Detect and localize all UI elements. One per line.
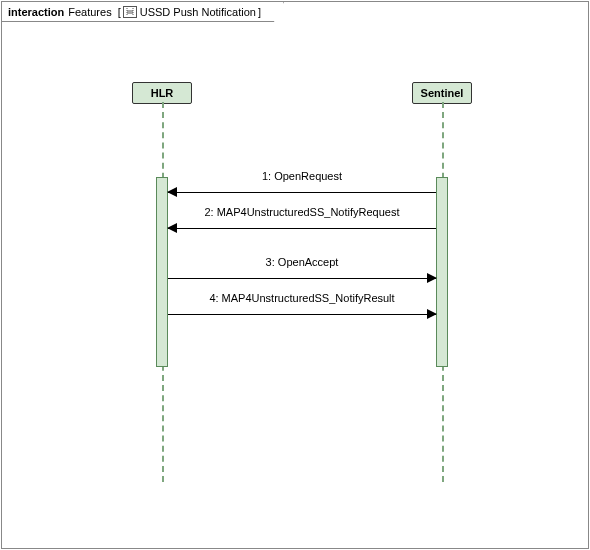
message-4-label: 4: MAP4UnstructuredSS_NotifyResult — [168, 292, 436, 304]
participant-sentinel-label: Sentinel — [412, 82, 472, 104]
arrow-right-icon — [427, 309, 437, 319]
participant-sentinel: Sentinel — [412, 82, 472, 104]
message-line — [168, 192, 436, 193]
diagram-frame: interaction Features [ USSD Push Notific… — [1, 1, 589, 549]
message-3: 3: OpenAccept — [168, 270, 436, 286]
frame-label: Features — [68, 6, 111, 18]
activation-sentinel — [436, 177, 448, 367]
arrow-right-icon — [427, 273, 437, 283]
message-2: 2: MAP4UnstructuredSS_NotifyRequest — [168, 220, 436, 236]
bracket-close: ] — [258, 6, 261, 18]
bracket-open: [ — [118, 6, 121, 18]
message-line — [168, 228, 436, 229]
activation-hlr — [156, 177, 168, 367]
message-1-label: 1: OpenRequest — [168, 170, 436, 182]
frame-keyword: interaction — [8, 6, 64, 18]
frame-title: USSD Push Notification — [140, 6, 256, 18]
participant-hlr-label: HLR — [132, 82, 192, 104]
arrow-left-icon — [167, 187, 177, 197]
message-4: 4: MAP4UnstructuredSS_NotifyResult — [168, 306, 436, 322]
interaction-icon — [123, 6, 137, 18]
message-2-label: 2: MAP4UnstructuredSS_NotifyRequest — [168, 206, 436, 218]
participant-hlr: HLR — [132, 82, 192, 104]
frame-header: interaction Features [ USSD Push Notific… — [2, 2, 284, 22]
message-1: 1: OpenRequest — [168, 184, 436, 200]
message-line — [168, 314, 436, 315]
message-line — [168, 278, 436, 279]
arrow-left-icon — [167, 223, 177, 233]
message-3-label: 3: OpenAccept — [168, 256, 436, 268]
